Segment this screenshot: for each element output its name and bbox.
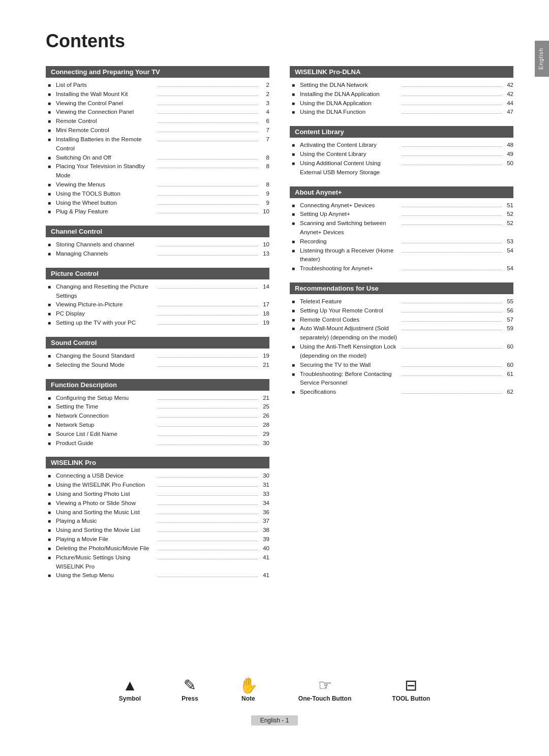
list-item: ■Using Additional Content Using External… — [290, 159, 513, 177]
bullet-icon: ■ — [48, 352, 54, 360]
dots — [402, 105, 502, 105]
page-number: 62 — [503, 388, 513, 397]
list-item: ■Network Setup28 — [46, 421, 269, 430]
one-touch-button-icon: ☞ — [318, 678, 332, 693]
section-header: Sound Control — [46, 337, 269, 349]
list-item: ■Specifications62 — [290, 388, 513, 397]
list-item: ■Using the TOOLS Button9 — [46, 190, 269, 199]
dots — [402, 113, 502, 114]
section: Content Library■Activating the Content L… — [290, 126, 513, 177]
list-item: ■Mini Remote Control7 — [46, 126, 269, 135]
list-item: ■Recording53 — [290, 237, 513, 246]
item-text: Using the TOOLS Button — [56, 190, 156, 199]
bullet-icon: ■ — [292, 370, 298, 379]
page-number: 2 — [259, 90, 269, 99]
bullet-icon: ■ — [48, 361, 54, 369]
dots — [402, 312, 502, 312]
list-item: ■Deleting the Photo/Music/Movie File40 — [46, 544, 269, 553]
dots — [158, 122, 258, 123]
bullet-icon: ■ — [48, 430, 54, 438]
dots — [158, 577, 258, 577]
dots — [158, 399, 258, 400]
page-number: 42 — [503, 81, 513, 90]
page-number: 19 — [259, 319, 269, 328]
page-number: 37 — [259, 517, 269, 526]
bullet-icon: ■ — [292, 219, 298, 228]
bullet-icon: ■ — [292, 298, 298, 306]
item-text: List of Parts — [56, 81, 156, 90]
list-item: ■Using the Setup Menu41 — [46, 571, 269, 580]
item-text: Mini Remote Control — [56, 126, 156, 135]
dots — [158, 445, 258, 445]
bullet-icon: ■ — [48, 421, 54, 429]
bullet-icon: ■ — [48, 481, 54, 489]
bullet-icon: ■ — [292, 160, 298, 168]
item-text: Connecting a USB Device — [56, 471, 156, 481]
bullet-icon: ■ — [292, 81, 298, 89]
dots — [402, 225, 502, 225]
bullet-icon: ■ — [48, 100, 54, 108]
page-number: 31 — [259, 481, 269, 490]
footer-icon-item: ☞One-Touch Button — [298, 678, 351, 702]
page-number: 7 — [259, 135, 269, 144]
item-text: Using the DLNA Application — [300, 99, 400, 108]
footer-icons: ▲Symbol✎Press✋Note☞One-Touch Button⊟TOOL… — [119, 678, 430, 702]
dots — [158, 132, 258, 132]
item-text: Installing the Wall Mount Kit — [56, 90, 156, 99]
dots — [158, 531, 258, 532]
item-text: Product Guide — [56, 439, 156, 448]
item-text: Setting up the TV with your PC — [56, 319, 156, 328]
section-header: Function Description — [46, 379, 269, 391]
footer-icon-item: ✎Press — [181, 678, 198, 702]
list-item: ■Activating the Content Library48 — [290, 141, 513, 150]
dots — [158, 195, 258, 196]
page-number: 54 — [503, 246, 513, 256]
item-text: Using the Content Library — [300, 150, 400, 159]
item-text: Troubleshooting for Anynet+ — [300, 264, 400, 273]
list-item: ■Placing Your Television in Standby Mode… — [46, 162, 269, 180]
footer-icon-label: Note — [241, 695, 255, 702]
dots — [158, 486, 258, 487]
item-text: Remote Control Codes — [300, 316, 400, 325]
item-text: Recording — [300, 237, 400, 246]
dots — [158, 522, 258, 523]
bullet-icon: ■ — [48, 517, 54, 525]
page-number: 30 — [259, 439, 269, 448]
dots — [158, 96, 258, 96]
page-number: 52 — [503, 210, 513, 219]
item-text: Auto Wall-Mount Adjustment (Sold separat… — [300, 324, 400, 342]
footer-icon-label: Press — [181, 695, 198, 702]
section-header: Connecting and Preparing Your TV — [46, 66, 269, 78]
page-number: 52 — [503, 219, 513, 228]
list-item: ■Connecting Anynet+ Devices51 — [290, 201, 513, 210]
list-item: ■Connecting a USB Device30 — [46, 471, 269, 481]
item-text: Source List / Edit Name — [56, 430, 156, 439]
list-item: ■Using the WISELINK Pro Function31 — [46, 481, 269, 490]
bullet-icon: ■ — [48, 536, 54, 544]
dots — [158, 315, 258, 316]
page-number: 10 — [259, 207, 269, 216]
page-number: 29 — [259, 430, 269, 439]
item-text: Teletext Feature — [300, 297, 400, 306]
dots — [402, 252, 502, 253]
dots — [158, 159, 258, 160]
list-item: ■Using and Sorting the Music List36 — [46, 508, 269, 517]
item-text: Activating the Content Library — [300, 141, 400, 150]
item-text: Viewing the Connection Panel — [56, 108, 156, 117]
section: Function Description■Configuring the Set… — [46, 379, 269, 448]
item-text: Setting the DLNA Network — [300, 81, 400, 90]
list-item: ■Selecting the Sound Mode21 — [46, 361, 269, 370]
dots — [402, 155, 502, 156]
item-text: Deleting the Photo/Music/Movie File — [56, 544, 156, 553]
item-text: Network Setup — [56, 421, 156, 430]
dots — [402, 393, 502, 394]
bullet-icon: ■ — [48, 181, 54, 189]
bullet-icon: ■ — [292, 90, 298, 99]
list-item: ■Teletext Feature55 — [290, 297, 513, 306]
page-number: 60 — [503, 342, 513, 352]
bullet-icon: ■ — [48, 499, 54, 508]
footer-icon-label: One-Touch Button — [298, 695, 351, 702]
list-item: ■Using and Sorting Photo List33 — [46, 490, 269, 499]
page-number: 21 — [259, 361, 269, 370]
list-item: ■Viewing the Connection Panel4 — [46, 108, 269, 117]
